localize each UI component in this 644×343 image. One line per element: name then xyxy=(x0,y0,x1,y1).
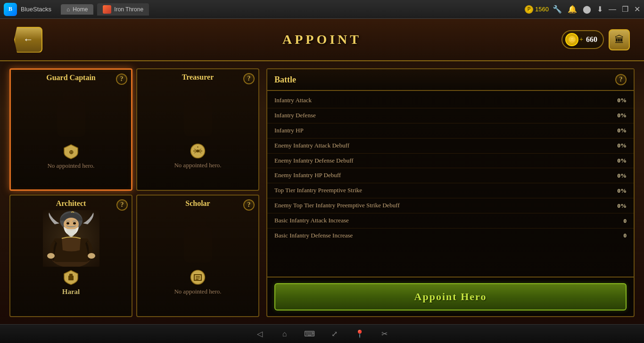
restore-icon[interactable]: ❐ xyxy=(622,5,628,14)
bank-icon[interactable]: 🏛 xyxy=(609,29,630,50)
stat-name: Enemy Infantry Defense Debuff xyxy=(274,157,612,165)
stat-value: 0 xyxy=(612,217,627,225)
role-title-guard-captain: Guard Captain xyxy=(46,74,95,82)
architect-help-icon[interactable]: ? xyxy=(116,199,128,211)
battle-stats-list: Infantry Attack 0% Infantry Defense 0% I… xyxy=(267,91,634,277)
stat-value: 0% xyxy=(612,202,627,210)
stat-row: Basic Infantry Attack Increase 0 xyxy=(267,213,634,229)
svg-rect-21 xyxy=(68,276,74,280)
tab-game[interactable]: Iron Throne xyxy=(97,3,149,16)
role-card-guard-captain[interactable]: Guard Captain ? ⊕ No appointed hero. xyxy=(9,68,132,191)
treasurer-avatar xyxy=(170,84,226,140)
coins-display: P 1560 xyxy=(525,5,549,14)
game-icon xyxy=(103,5,111,14)
role-title-architect: Architect xyxy=(56,199,86,208)
window-controls: P 1560 🔧 🔔 ⬤ ⬇ — ❐ ✕ xyxy=(525,5,640,14)
treasurer-status: No appointed hero. xyxy=(174,162,221,169)
scholar-status: No appointed hero. xyxy=(174,288,221,295)
back-arrow-icon: ← xyxy=(23,33,33,46)
svg-rect-24 xyxy=(184,229,212,262)
stat-row: Enemy Top Tier Infantry Preemptive Strik… xyxy=(267,198,634,213)
bluestacks-logo: B xyxy=(4,3,17,16)
taskbar-location-icon[interactable]: 📍 xyxy=(353,327,366,341)
battle-header: Battle ? xyxy=(267,69,634,91)
stat-name: Top Tier Infantry Preemptive Strike xyxy=(274,187,612,195)
download-icon[interactable]: ⬇ xyxy=(597,5,603,14)
svg-point-17 xyxy=(66,222,69,225)
architect-figure xyxy=(45,210,97,267)
architect-name: Haral xyxy=(62,288,80,296)
role-card-architect[interactable]: Architect ? xyxy=(9,195,132,317)
scholar-silhouette xyxy=(174,212,222,266)
bell-icon[interactable]: 🔔 xyxy=(568,5,577,14)
svg-point-2 xyxy=(57,100,85,107)
architect-badge xyxy=(63,269,79,286)
stat-name: Enemy Infantry HP Debuff xyxy=(274,172,612,180)
svg-point-6 xyxy=(184,99,212,107)
page-title: APPOINT xyxy=(282,32,362,47)
stat-value: 0% xyxy=(612,112,627,119)
stat-name: Infantry HP xyxy=(274,127,612,135)
appoint-btn-container: Appoint Hero xyxy=(267,277,634,316)
svg-point-18 xyxy=(73,222,76,225)
header-right: 🪙 + 660 🏛 xyxy=(561,29,630,50)
roles-panel: Guard Captain ? ⊕ No appointed hero. xyxy=(9,68,259,317)
toolbar-icons: 🔧 🔔 ⬤ ⬇ — ❐ ✕ xyxy=(553,5,640,14)
circle-icon[interactable]: ⬤ xyxy=(583,5,591,14)
stat-name: Infantry Defense xyxy=(274,112,612,120)
battle-title: Battle xyxy=(274,75,296,85)
taskbar-scissors-icon[interactable]: ✂ xyxy=(378,327,391,341)
stat-value: 0% xyxy=(612,97,627,104)
home-icon: ⌂ xyxy=(66,6,70,13)
stat-value: 0% xyxy=(612,127,627,134)
taskbar-keyboard-icon[interactable]: ⌨ xyxy=(303,327,316,341)
treasurer-help-icon[interactable]: ? xyxy=(243,73,255,84)
stat-name: Basic Infantry Defense Increase xyxy=(274,232,612,240)
role-card-scholar[interactable]: Scholar ? xyxy=(136,195,259,317)
game-area: ← APPOINT 🪙 + 660 🏛 Guard Captain ? xyxy=(0,19,644,324)
architect-bg xyxy=(43,210,99,267)
role-title-treasurer: Treasurer xyxy=(182,73,214,82)
wrench-icon[interactable]: 🔧 xyxy=(553,5,562,14)
close-icon[interactable]: ✕ xyxy=(634,5,640,14)
guard-captain-badge: ⊕ xyxy=(63,143,79,160)
currency-box: 🪙 + 660 xyxy=(561,30,604,49)
stat-name: Enemy Top Tier Infantry Preemptive Strik… xyxy=(274,202,612,210)
battle-help-icon[interactable]: ? xyxy=(615,74,627,85)
minimize-icon[interactable]: — xyxy=(609,5,616,14)
gold-icon: 🪙 xyxy=(565,33,578,46)
svg-point-25 xyxy=(184,226,212,233)
stat-row: Infantry Attack 0% xyxy=(267,93,634,108)
page-title-container: APPOINT xyxy=(282,32,362,47)
svg-rect-22 xyxy=(69,274,73,276)
guard-captain-silhouette xyxy=(48,86,95,140)
stat-row: Enemy Infantry Attack Debuff 0% xyxy=(267,139,634,154)
guard-captain-avatar xyxy=(43,84,99,141)
tab-home[interactable]: ⌂ Home xyxy=(61,4,93,15)
taskbar-back-icon[interactable]: ◁ xyxy=(253,327,266,341)
taskbar-resize-icon[interactable]: ⤢ xyxy=(328,327,341,341)
game-header: ← APPOINT 🪙 + 660 🏛 xyxy=(0,19,644,61)
svg-rect-5 xyxy=(184,103,212,136)
stat-value: 0% xyxy=(612,157,627,164)
stat-value: 0% xyxy=(612,187,627,195)
add-currency-icon[interactable]: + xyxy=(579,36,583,43)
role-card-treasurer[interactable]: Treasurer ? xyxy=(136,68,259,191)
stat-row: Basic Infantry Defense Increase 0 xyxy=(267,229,634,243)
svg-rect-1 xyxy=(57,104,85,137)
back-button[interactable]: ← xyxy=(14,27,42,53)
role-title-scholar: Scholar xyxy=(185,199,210,208)
svg-point-20 xyxy=(88,253,95,259)
architect-avatar xyxy=(43,210,99,267)
bluestacks-bar: B BlueStacks ⌂ Home Iron Throne P 1560 🔧… xyxy=(0,0,644,19)
svg-text:⊕: ⊕ xyxy=(69,149,74,155)
scholar-avatar xyxy=(170,210,226,267)
bluestacks-title: BlueStacks xyxy=(21,6,51,13)
appoint-hero-button[interactable]: Appoint Hero xyxy=(274,283,627,310)
battle-panel: Battle ? Infantry Attack 0% Infantry Def… xyxy=(266,68,635,317)
main-content: Guard Captain ? ⊕ No appointed hero. xyxy=(0,61,644,324)
guard-captain-help-icon[interactable]: ? xyxy=(116,74,127,85)
scholar-help-icon[interactable]: ? xyxy=(243,199,255,211)
stat-row: Enemy Infantry Defense Debuff 0% xyxy=(267,154,634,169)
taskbar-home-icon[interactable]: ⌂ xyxy=(278,327,291,341)
